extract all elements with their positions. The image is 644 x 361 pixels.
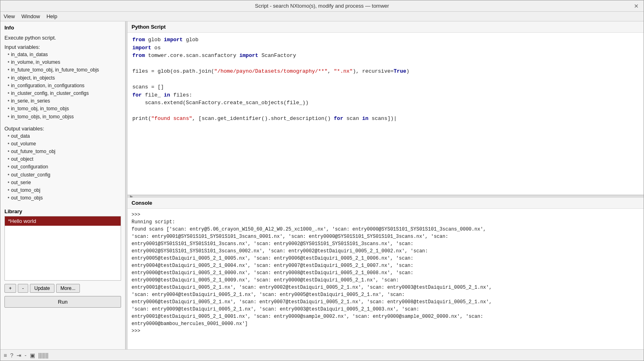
list-item: in_tomo_objs, in_tomo_objss [8,113,121,121]
script-section: Python Script from glob import glob impo… [128,21,644,195]
menu-help[interactable]: Help [46,13,57,19]
menu-window[interactable]: Window [21,13,40,19]
list-item: in_data, in_datas [8,51,121,59]
list-item: out_serie [8,179,121,187]
input-vars-title: Input variables: [4,44,121,50]
script-header: Python Script [128,21,644,33]
input-vars-list: in_data, in_datas in_volume, in_volumes … [4,51,121,121]
add-button[interactable]: + [4,284,16,293]
minus-icon[interactable]: - [25,352,27,359]
list-item: in_configuration, in_configurations [8,82,121,90]
console-header: Console [128,197,644,209]
menu-view[interactable]: View [4,13,15,19]
console-output: >>> Running script: found scans ['scan: … [128,209,644,349]
library-section: Library *Hello world + - Update More... … [4,208,121,308]
info-title: Info [4,25,121,31]
left-panel: Info Execute python script. Input variab… [0,21,125,349]
status-bar: ≡ ? ⇥ - ▣ ||||||| [0,349,644,361]
execute-label: Execute python script. [4,35,121,41]
menu-icon[interactable]: ≡ [4,352,7,359]
list-item: out_tomo_obj [8,187,121,194]
list-item: out_cluster_config [8,171,121,179]
library-list: *Hello world [4,216,121,281]
library-title: Library [4,208,121,214]
help-icon[interactable]: ? [10,352,13,359]
list-item: out_configuration [8,163,121,171]
window-title: Script - search NXtomo(s), modify and pr… [12,3,632,9]
title-bar: Script - search NXtomo(s), modify and pr… [0,0,644,12]
list-item: out_data [8,132,121,140]
update-button[interactable]: Update [30,284,54,293]
library-item[interactable]: *Hello world [5,216,121,226]
script-content[interactable]: from glob import glob import os from tom… [128,33,644,195]
grid-icon[interactable]: ▣ [30,352,35,359]
remove-button[interactable]: - [18,284,28,293]
list-item: out_volume [8,140,121,148]
library-buttons: + - Update More... [4,284,121,293]
close-button[interactable]: ✕ [632,3,640,9]
list-item: in_object, in_objects [8,74,121,82]
bars-icon[interactable]: ||||||| [38,352,48,359]
main-container: Info Execute python script. Input variab… [0,21,644,349]
right-panel: Python Script from glob import glob impo… [128,21,644,349]
list-item: in_future_tomo_obj, in_future_tomo_objs [8,66,121,74]
output-vars-list: out_data out_volume out_future_tomo_obj … [4,132,121,202]
console-section: Console >>> Running script: found scans … [128,197,644,349]
list-item: out_future_tomo_obj [8,148,121,155]
list-item: in_tomo_obj, in_tomo_objs [8,105,121,113]
list-item: out_tomo_objs [8,194,121,202]
list-item: in_volume, in_volumes [8,59,121,66]
list-item: out_object [8,155,121,163]
output-vars-title: Output variables: [4,126,121,132]
list-item: in_cluster_config, in_cluster_configs [8,90,121,97]
tab-icon[interactable]: ⇥ [17,352,21,359]
list-item: in_serie, in_series [8,97,121,105]
more-button[interactable]: More... [56,284,80,293]
run-button[interactable]: Run [4,296,121,308]
menu-bar: View Window Help [0,12,644,21]
